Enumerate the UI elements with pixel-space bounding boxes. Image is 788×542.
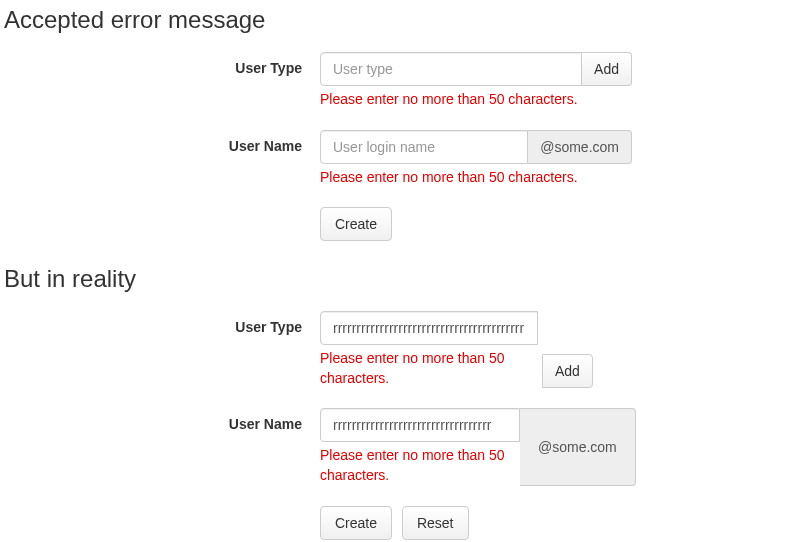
error-usertype-reality: Please enter no more than 50 characters.: [320, 349, 538, 388]
reset-button[interactable]: Reset: [402, 506, 469, 540]
row-usertype: User Type Add Please enter no more than …: [0, 52, 788, 110]
row-usertype-reality: User Type Please enter no more than 50 c…: [0, 311, 788, 388]
addon-domain-reality: @some.com: [520, 408, 636, 485]
section-reality: But in reality User Type Please enter no…: [0, 265, 788, 539]
create-button[interactable]: Create: [320, 207, 392, 241]
input-usertype[interactable]: [320, 52, 582, 86]
input-username-reality[interactable]: [320, 408, 520, 442]
addon-domain: @some.com: [528, 130, 632, 164]
create-button-reality[interactable]: Create: [320, 506, 392, 540]
label-usertype: User Type: [0, 52, 320, 76]
error-usertype: Please enter no more than 50 characters.: [320, 90, 632, 110]
section-heading-reality: But in reality: [4, 265, 788, 293]
label-username-reality: User Name: [0, 408, 320, 432]
error-username: Please enter no more than 50 characters.: [320, 168, 632, 188]
label-usertype-reality: User Type: [0, 311, 320, 335]
input-usertype-reality[interactable]: [320, 311, 538, 345]
row-username: User Name @some.com Please enter no more…: [0, 130, 788, 188]
error-username-reality: Please enter no more than 50 characters.: [320, 446, 520, 485]
input-username[interactable]: [320, 130, 528, 164]
row-username-reality: User Name Please enter no more than 50 c…: [0, 408, 788, 485]
add-button[interactable]: Add: [582, 52, 632, 86]
row-buttons-1: Create: [0, 207, 788, 241]
row-buttons-2: Create Reset: [0, 506, 788, 540]
add-button-reality[interactable]: Add: [542, 354, 593, 388]
section-accepted: Accepted error message User Type Add Ple…: [0, 6, 788, 241]
label-username: User Name: [0, 130, 320, 154]
section-heading-accepted: Accepted error message: [4, 6, 788, 34]
